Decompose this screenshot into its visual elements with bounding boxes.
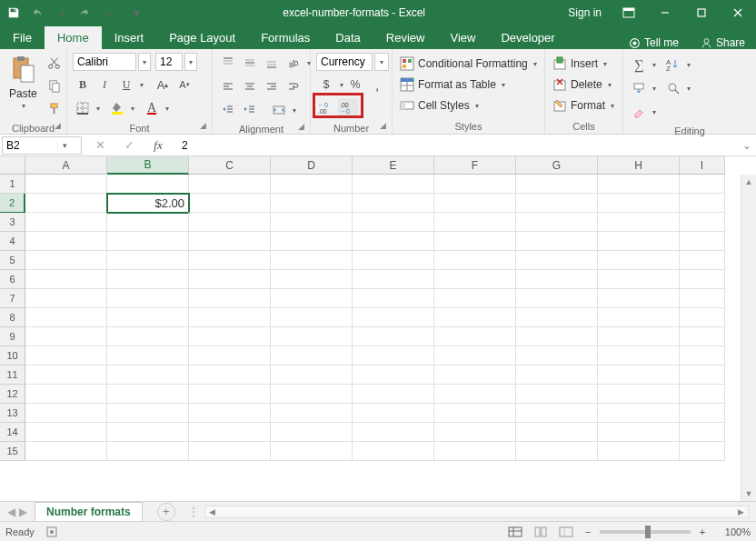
cell[interactable] bbox=[271, 175, 353, 194]
enter-formula-icon[interactable]: ✓ bbox=[120, 136, 138, 155]
tab-file[interactable]: File bbox=[0, 26, 45, 49]
cell[interactable] bbox=[271, 385, 353, 404]
cell[interactable] bbox=[434, 251, 516, 270]
fill-icon[interactable] bbox=[629, 78, 649, 98]
cell[interactable] bbox=[434, 385, 516, 404]
cell[interactable] bbox=[271, 308, 353, 327]
col-header[interactable]: G bbox=[516, 156, 598, 175]
insert-cells-button[interactable]: Insert▾ bbox=[551, 55, 609, 73]
expand-formula-bar-icon[interactable]: ⌄ bbox=[738, 139, 756, 152]
cell[interactable] bbox=[434, 194, 516, 213]
cell[interactable] bbox=[516, 194, 598, 213]
cell[interactable] bbox=[434, 327, 516, 346]
page-layout-view-icon[interactable] bbox=[531, 524, 551, 540]
cell[interactable] bbox=[680, 385, 725, 404]
redo-icon[interactable] bbox=[76, 5, 93, 21]
increase-font-icon[interactable]: A▴ bbox=[153, 75, 173, 95]
sort-filter-icon[interactable]: AZ bbox=[663, 55, 683, 75]
cell[interactable] bbox=[434, 175, 516, 194]
col-header[interactable]: E bbox=[353, 156, 434, 175]
cell[interactable] bbox=[189, 194, 271, 213]
cell[interactable] bbox=[516, 366, 598, 385]
cell[interactable] bbox=[680, 194, 725, 213]
percent-format-icon[interactable]: % bbox=[345, 75, 365, 95]
font-size-dropdown[interactable]: ▾ bbox=[184, 53, 197, 71]
cell[interactable] bbox=[434, 308, 516, 327]
cell[interactable] bbox=[680, 442, 725, 461]
cell[interactable] bbox=[25, 175, 107, 194]
sheet-tab[interactable]: Number formats bbox=[35, 502, 143, 521]
cell[interactable] bbox=[516, 404, 598, 423]
normal-view-icon[interactable] bbox=[505, 524, 525, 540]
cell[interactable] bbox=[598, 385, 680, 404]
fill-color-icon[interactable] bbox=[107, 98, 127, 118]
zoom-out-button[interactable]: − bbox=[582, 526, 594, 537]
cell[interactable] bbox=[271, 251, 353, 270]
merge-center-icon[interactable] bbox=[269, 100, 289, 120]
minimize-button[interactable] bbox=[647, 0, 683, 25]
cell[interactable] bbox=[434, 442, 516, 461]
cell[interactable] bbox=[25, 366, 107, 385]
close-button[interactable] bbox=[720, 0, 756, 25]
cancel-formula-icon[interactable]: ✕ bbox=[91, 136, 109, 155]
cell[interactable] bbox=[434, 289, 516, 308]
row-header[interactable]: 2 bbox=[0, 194, 25, 213]
cell[interactable] bbox=[353, 404, 434, 423]
cell[interactable] bbox=[598, 213, 680, 232]
cell[interactable] bbox=[25, 194, 107, 213]
formula-input[interactable] bbox=[178, 136, 731, 155]
font-dialog-launcher[interactable]: ◢ bbox=[197, 121, 208, 132]
align-bottom-icon[interactable] bbox=[262, 53, 282, 73]
decrease-font-icon[interactable]: A▾ bbox=[174, 75, 194, 95]
zoom-in-button[interactable]: + bbox=[696, 526, 709, 537]
cell[interactable] bbox=[353, 175, 434, 194]
cell[interactable] bbox=[25, 232, 107, 251]
cell[interactable] bbox=[25, 423, 107, 442]
cell[interactable] bbox=[271, 289, 353, 308]
cell[interactable] bbox=[680, 327, 725, 346]
cell[interactable] bbox=[353, 385, 434, 404]
cell[interactable] bbox=[25, 385, 107, 404]
sheet-nav-next[interactable]: ▶ bbox=[19, 506, 27, 518]
paste-button[interactable]: Paste ▾ bbox=[5, 53, 41, 112]
cell[interactable] bbox=[434, 270, 516, 289]
cell[interactable] bbox=[107, 232, 189, 251]
format-cells-button[interactable]: Format▾ bbox=[551, 96, 616, 115]
find-select-icon[interactable] bbox=[663, 78, 683, 98]
cell[interactable] bbox=[598, 442, 680, 461]
align-middle-icon[interactable] bbox=[240, 53, 260, 73]
cell[interactable] bbox=[598, 404, 680, 423]
cell[interactable] bbox=[516, 327, 598, 346]
align-left-icon[interactable] bbox=[218, 76, 238, 96]
cell[interactable] bbox=[189, 404, 271, 423]
cell[interactable] bbox=[189, 327, 271, 346]
cell[interactable] bbox=[25, 251, 107, 270]
cell[interactable] bbox=[598, 270, 680, 289]
cell[interactable] bbox=[271, 232, 353, 251]
delete-cells-button[interactable]: Delete▾ bbox=[551, 75, 613, 94]
tab-developer[interactable]: Developer bbox=[488, 26, 567, 49]
cell[interactable] bbox=[107, 404, 189, 423]
row-header[interactable]: 6 bbox=[0, 270, 25, 289]
fill-color-dropdown[interactable]: ▾ bbox=[129, 105, 134, 113]
cut-icon[interactable] bbox=[45, 53, 65, 73]
name-box-dropdown[interactable]: ▾ bbox=[57, 141, 72, 150]
cell[interactable] bbox=[353, 366, 434, 385]
row-header[interactable]: 7 bbox=[0, 289, 25, 308]
cell[interactable] bbox=[25, 289, 107, 308]
row-header[interactable]: 8 bbox=[0, 308, 25, 327]
cell[interactable] bbox=[598, 423, 680, 442]
tell-me-search[interactable]: Tell me bbox=[618, 36, 690, 49]
cell[interactable] bbox=[271, 270, 353, 289]
cell[interactable] bbox=[353, 346, 434, 366]
vertical-scrollbar[interactable]: ▲▼ bbox=[741, 175, 756, 501]
cell[interactable] bbox=[353, 270, 434, 289]
cell[interactable] bbox=[353, 232, 434, 251]
copy-icon[interactable] bbox=[45, 75, 65, 95]
cell[interactable] bbox=[107, 175, 189, 194]
row-header[interactable]: 12 bbox=[0, 385, 25, 404]
row-header[interactable]: 4 bbox=[0, 232, 25, 251]
cell[interactable] bbox=[189, 270, 271, 289]
cell[interactable] bbox=[189, 232, 271, 251]
cell[interactable] bbox=[598, 308, 680, 327]
